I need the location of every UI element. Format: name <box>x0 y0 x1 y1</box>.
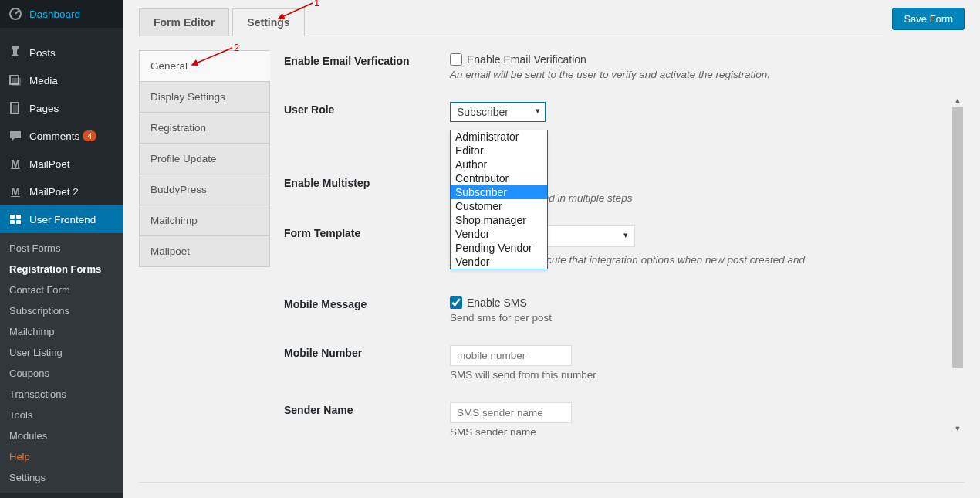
pages-icon <box>8 100 23 116</box>
submenu-item-transactions[interactable]: Transactions <box>0 384 123 405</box>
submenu-item-post-forms[interactable]: Post Forms <box>0 238 123 259</box>
checkbox-label-enable-sms: Enable SMS <box>467 296 527 309</box>
desc-mobile-message: Send sms for per post <box>450 312 951 324</box>
checkbox-enable-sms[interactable] <box>450 296 462 309</box>
svg-rect-5 <box>13 105 19 114</box>
checkbox-email-verification[interactable] <box>450 53 462 66</box>
option-shop-manager[interactable]: Shop manager <box>451 213 547 227</box>
submenu-item-help[interactable]: Help <box>0 446 123 467</box>
svg-rect-6 <box>10 215 15 219</box>
scrollbar-thumb[interactable] <box>952 107 963 368</box>
option-customer[interactable]: Customer <box>451 199 547 213</box>
field-label-form-template: Form Template <box>284 225 450 239</box>
side-tab-general[interactable]: General <box>139 50 270 81</box>
input-sender-name[interactable] <box>450 402 572 423</box>
svg-line-1 <box>15 11 19 14</box>
sidebar-item-dashboard[interactable]: Dashboard <box>0 0 123 28</box>
sidebar-submenu: Post FormsRegistration FormsContact Form… <box>0 233 123 493</box>
input-mobile-number[interactable] <box>450 345 572 366</box>
admin-sidebar: DashboardPostsMediaPagesComments4MMailPo… <box>0 0 123 498</box>
field-label-user-role: User Role <box>284 102 450 116</box>
field-label-mobile-number: Mobile Number <box>284 345 450 359</box>
sidebar-item-label: Media <box>29 75 58 86</box>
checkbox-label-email-verification: Enable Email Verification <box>467 53 586 66</box>
field-label-multistep: Enable Multistep <box>284 175 450 189</box>
submenu-item-modules[interactable]: Modules <box>0 425 123 446</box>
comment-icon <box>8 128 23 144</box>
sidebar-item-label: Pages <box>29 103 59 114</box>
scroll-down-icon[interactable]: ▼ <box>952 425 963 435</box>
tab-form-editor[interactable]: Form Editor <box>139 8 229 36</box>
option-author[interactable]: Author <box>451 158 547 171</box>
submenu-item-coupons[interactable]: Coupons <box>0 363 123 384</box>
submenu-item-user-listing[interactable]: User Listing <box>0 342 123 363</box>
sidebar-item-label: Dashboard <box>29 8 80 20</box>
sidebar-item-mailpoet-2[interactable]: MMailPoet 2 <box>0 178 123 205</box>
submenu-item-subscriptions[interactable]: Subscriptions <box>0 300 123 321</box>
submenu-item-contact-form[interactable]: Contact Form <box>0 279 123 300</box>
sidebar-item-label: MailPoet <box>29 158 70 170</box>
side-tab-registration[interactable]: Registration <box>139 112 270 143</box>
option-subscriber[interactable]: Subscriber <box>451 185 547 199</box>
submenu-item-settings[interactable]: Settings <box>0 467 123 488</box>
scroll-up-icon[interactable]: ▲ <box>952 97 963 107</box>
sidebar-item-label: Comments <box>29 130 79 142</box>
svg-rect-7 <box>16 215 21 219</box>
side-tab-profile-update[interactable]: Profile Update <box>139 143 270 174</box>
mailpoet-icon: M <box>8 184 23 199</box>
sidebar-item-pages[interactable]: Pages <box>0 94 123 122</box>
desc-mobile-number: SMS will send from this number <box>450 369 951 381</box>
settings-side-tabs: GeneralDisplay SettingsRegistrationProfi… <box>139 50 270 482</box>
option-pending-vendor[interactable]: Pending Vendor <box>451 241 547 255</box>
select-user-role[interactable]: Subscriber <box>450 102 546 122</box>
svg-rect-8 <box>10 220 15 224</box>
option-vendor[interactable]: Vendor <box>451 227 547 241</box>
settings-form: Enable Email Verfication Enable Email Ve… <box>270 50 965 482</box>
top-tabs: Form EditorSettings <box>139 8 883 36</box>
option-administrator[interactable]: Administrator <box>451 130 547 144</box>
sidebar-item-label: User Frontend <box>29 214 96 225</box>
svg-rect-3 <box>12 78 21 86</box>
sidebar-item-posts[interactable]: Posts <box>0 39 123 66</box>
field-label-mobile-message: Mobile Message <box>284 296 450 310</box>
badge: 4 <box>83 130 96 141</box>
sidebar-item-media[interactable]: Media <box>0 66 123 94</box>
dashboard-icon <box>8 6 23 22</box>
sidebar-item-label: MailPoet 2 <box>29 186 79 198</box>
side-tab-mailpoet[interactable]: Mailpoet <box>139 235 270 267</box>
field-label-sender-name: Sender Name <box>284 402 450 416</box>
submenu-item-mailchimp[interactable]: Mailchimp <box>0 321 123 342</box>
side-tab-buddypress[interactable]: BuddyPress <box>139 174 270 205</box>
desc-email-verification: An email will be sent to the user to ver… <box>450 69 951 80</box>
sidebar-item-user-frontend[interactable]: User Frontend <box>0 205 123 233</box>
submenu-item-tools[interactable]: Tools <box>0 405 123 425</box>
option-vendor[interactable]: Vendor <box>451 255 547 269</box>
sidebar-item-label: Posts <box>29 47 56 59</box>
userfrontend-icon <box>8 212 23 227</box>
dropdown-user-role[interactable]: AdministratorEditorAuthorContributorSubs… <box>450 130 548 269</box>
side-tab-display-settings[interactable]: Display Settings <box>139 81 270 112</box>
save-form-button[interactable]: Save Form <box>892 8 965 30</box>
sidebar-item-comments[interactable]: Comments4 <box>0 122 123 150</box>
submenu-item-registration-forms[interactable]: Registration Forms <box>0 259 123 279</box>
side-tab-mailchimp[interactable]: Mailchimp <box>139 205 270 235</box>
tab-settings[interactable]: Settings <box>232 8 304 36</box>
scrollbar-vertical[interactable]: ▲ ▼ <box>952 97 963 435</box>
media-icon <box>8 73 23 88</box>
pin-icon <box>8 45 23 60</box>
desc-sender-name: SMS sender name <box>450 426 951 438</box>
option-contributor[interactable]: Contributor <box>451 171 547 185</box>
mailpoet-icon: M <box>8 156 23 171</box>
sidebar-item-mailpoet[interactable]: MMailPoet <box>0 150 123 178</box>
svg-rect-9 <box>16 220 21 224</box>
option-editor[interactable]: Editor <box>451 144 547 158</box>
content-area: Form EditorSettings Save Form GeneralDis… <box>123 0 980 498</box>
field-label-email-verification: Enable Email Verfication <box>284 53 450 67</box>
